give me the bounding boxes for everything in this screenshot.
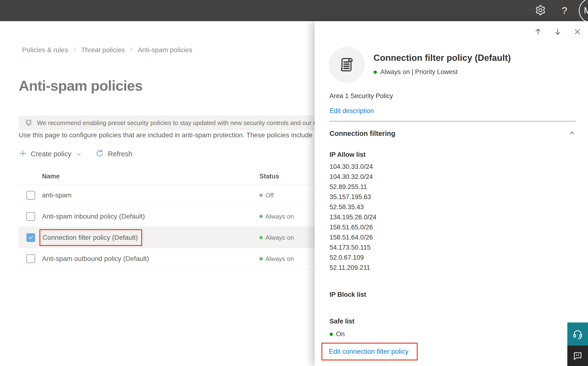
ip-entry: 35.157.195.63 [330,192,576,202]
scroll-icon [338,56,355,73]
table-row-anti-spam-inbound[interactable]: Anti-spam inbound policy (Default) Alway… [19,206,315,227]
ip-entry: 52.89.255.11 [330,182,576,192]
ip-allow-list-title: IP Allow list [330,151,576,159]
connection-filtering-section-header[interactable]: Connection filtering [330,129,576,137]
breadcrumb-policies-rules[interactable]: Policies & rules [22,46,68,54]
breadcrumb: Policies & rules Threat policies Anti-sp… [22,46,192,54]
page-title: Anti-spam policies [19,77,142,94]
policy-name: Connection filter policy (Default) [43,234,138,241]
status-label: Always on [265,213,294,220]
table-header: Name Status [19,168,315,185]
table-row-anti-spam-outbound[interactable]: Anti-spam outbound policy (Default) Alwa… [19,248,315,269]
page-description: Use this page to configure policies that… [19,131,315,139]
flyout-status-text: Always on | Priority Lowest [380,68,458,76]
safe-list-status-label: On [336,330,345,338]
ip-entry: 52.58.35.43 [330,202,576,212]
ip-block-list-title: IP Block list [330,291,576,298]
account-avatar[interactable]: M [579,0,588,21]
breadcrumb-threat-policies[interactable]: Threat policies [81,46,125,54]
ip-entry: 104.30.32.0/24 [330,172,576,182]
section-title: Connection filtering [330,130,395,137]
status-dot-on [374,70,377,74]
gear-icon [535,5,546,17]
row-checkbox[interactable] [26,191,35,200]
annotation-box-edit-link: Edit connection filter policy [321,343,418,360]
breadcrumb-anti-spam-policies[interactable]: Anti-spam policies [138,46,192,54]
create-policy-button[interactable]: Create policy [19,149,82,159]
policy-description: Area 1 Security Policy [330,92,576,100]
edit-connection-filter-policy-link[interactable]: Edit connection filter policy [329,348,409,355]
ip-entry: 52.11.209.211 [330,263,576,273]
flyout-header-text: Connection filter policy (Default) Alway… [374,47,511,83]
row-checkbox[interactable] [26,254,35,263]
chevron-up-icon [569,129,576,137]
feedback-button[interactable] [567,346,588,366]
status-label: Always on [265,234,294,241]
chevron-down-icon [76,151,82,158]
check-icon [28,235,34,240]
status-cell: Always on [259,206,294,227]
top-app-bar: ? M [0,0,588,21]
policy-name[interactable]: Anti-spam outbound policy (Default) [42,248,149,269]
plus-icon [19,149,27,159]
table-row-connection-filter[interactable]: Connection filter policy (Default) Alway… [19,227,315,248]
status-label: Off [265,192,274,199]
chevron-right-icon [72,46,77,54]
safe-list-title: Safe list [330,318,576,325]
flyout-status-line: Always on | Priority Lowest [374,68,511,76]
edit-description-link[interactable]: Edit description [330,107,374,115]
row-checkbox-checked[interactable] [26,233,35,242]
policy-name[interactable]: Anti-spam inbound policy (Default) [42,206,145,227]
refresh-label: Refresh [108,150,132,158]
create-policy-label: Create policy [31,150,71,158]
flyout-header: Connection filter policy (Default) Alway… [329,47,576,83]
ip-entry: 52.0.67.109 [330,252,576,263]
policies-table: Name Status anti-spam Off Anti-spam inbo… [19,168,315,269]
row-checkbox[interactable] [26,212,35,221]
divider [330,121,576,122]
refresh-button[interactable]: Refresh [95,149,132,159]
status-cell: Off [259,185,274,206]
banner-text: We recommend enabling preset security po… [37,119,315,127]
screen: ? M Policies & rules Threat policies Ant… [0,0,588,366]
headset-icon [572,329,583,339]
status-cell: Always on [259,248,294,269]
ip-entry: 134.195.26.0/24 [330,212,576,222]
ip-allow-list: 104.30.33.0/24 104.30.32.0/24 52.89.255.… [330,162,576,273]
status-label: Always on [265,255,294,263]
table-row-anti-spam[interactable]: anti-spam Off [19,185,315,206]
feedback-icon [573,351,583,361]
support-button[interactable] [567,322,588,346]
policy-name[interactable]: anti-spam [42,185,72,206]
chevron-right-icon [129,46,134,54]
policy-avatar [329,47,365,83]
status-cell: Always on [259,227,294,248]
help-button[interactable]: ? [557,0,572,21]
ip-entry: 54.173.50.115 [330,242,576,252]
policy-name-annotated[interactable]: Connection filter policy (Default) [39,227,142,248]
policy-details-flyout: Connection filter policy (Default) Alway… [315,21,588,366]
recommendation-banner: We recommend enabling preset security po… [19,115,315,130]
refresh-icon [95,149,104,159]
status-dot-on [330,333,333,336]
avatar-initial: M [584,6,588,16]
annotation-box-policy-name: Connection filter policy (Default) [39,229,142,246]
help-icon: ? [562,5,567,16]
column-header-name[interactable]: Name [42,173,60,180]
settings-button[interactable] [533,0,548,21]
status-dot-on [259,257,263,260]
flyout-title: Connection filter policy (Default) [374,53,511,63]
command-bar: Create policy Refresh [19,148,132,160]
column-header-status[interactable]: Status [259,173,279,180]
status-dot-on [259,236,263,239]
status-dot-off [259,194,263,197]
ip-entry: 158.51.64.0/26 [330,232,576,242]
ip-entry: 158.51.65.0/26 [330,222,576,232]
ip-entry: 104.30.33.0/24 [330,162,576,172]
safe-list-status: On [330,330,576,338]
flyout-body: Connection filter policy (Default) Alway… [315,21,588,366]
status-dot-on [259,215,263,218]
lightbulb-icon [24,118,33,128]
